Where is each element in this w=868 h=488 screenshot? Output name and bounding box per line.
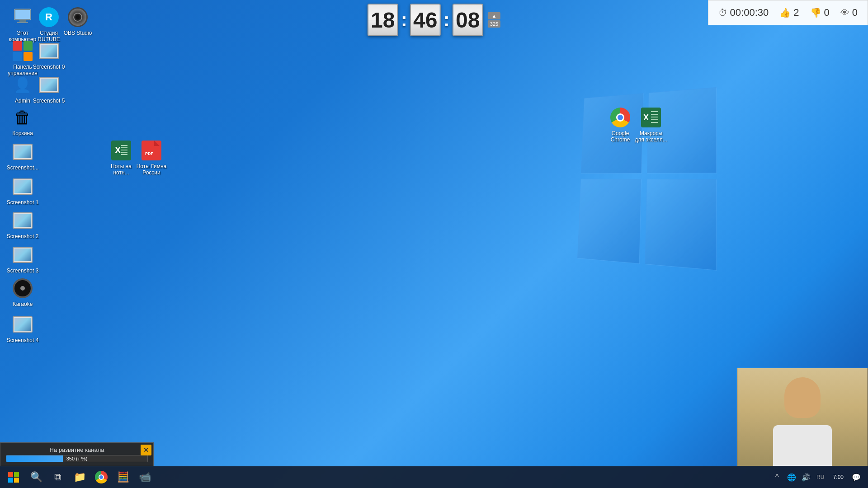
system-tray: ^ 🌐 🔊 RU 7:00 💬 <box>767 471 866 483</box>
icon-screenshot-2-label: Screenshot 2 <box>7 233 39 239</box>
svg-rect-21 <box>8 472 13 477</box>
svg-rect-23 <box>8 478 13 483</box>
search-button[interactable]: 🔍 <box>25 466 47 488</box>
webcam-person <box>737 368 868 466</box>
screenshot-dot-icon <box>12 141 33 163</box>
calculator-icon: 🧮 <box>117 471 129 483</box>
icon-macros[interactable]: X Макросыдля экселл... <box>633 105 669 145</box>
svg-rect-18 <box>651 117 658 117</box>
search-icon: 🔍 <box>30 471 42 483</box>
icon-noty-label: Ноты нанотн... <box>111 163 132 176</box>
icon-chrome-right-label: GoogleChrome <box>611 130 630 143</box>
webcam-body <box>773 425 832 466</box>
svg-rect-20 <box>651 122 658 123</box>
rutube-icon: R <box>38 6 60 28</box>
svg-rect-24 <box>14 478 19 483</box>
icon-screenshot-4[interactable]: Screenshot 4 <box>5 312 41 345</box>
tray-input-icon[interactable]: RU <box>814 471 827 483</box>
icon-screenshot-5[interactable]: Screenshot 5 <box>31 72 67 106</box>
webcam-overlay <box>737 368 868 466</box>
icon-obs[interactable]: OBS Studio <box>60 5 96 38</box>
task-view-icon: ⧉ <box>54 471 61 483</box>
notification-bar: На развитие канала 350 (т %) ✕ <box>0 442 154 466</box>
svg-rect-22 <box>14 472 19 477</box>
screenshot-0-icon <box>38 40 60 62</box>
taskbar-chrome-icon <box>95 471 108 483</box>
recycle-bin-icon: 🗑 <box>12 107 33 128</box>
pdf-hymn-icon: PDF <box>141 140 162 161</box>
svg-text:X: X <box>643 113 649 122</box>
taskbar-clock[interactable]: 7:00 <box>829 474 848 481</box>
screenshot-5-icon <box>38 74 60 96</box>
start-button[interactable] <box>2 466 25 488</box>
cpanel-icon <box>12 40 33 62</box>
obs-icon <box>67 6 89 28</box>
icon-admin-label: Admin <box>15 98 30 104</box>
svg-rect-17 <box>651 114 658 115</box>
icon-macros-label: Макросыдля экселл... <box>635 130 667 143</box>
admin-icon: 👤 <box>12 74 33 96</box>
icon-karaoke[interactable]: Karaoke <box>5 276 41 309</box>
tray-chevron-icon[interactable]: ^ <box>771 471 783 483</box>
excel-noty-icon: X <box>110 140 132 161</box>
svg-rect-9 <box>121 152 127 153</box>
svg-text:PDF: PDF <box>145 151 154 156</box>
icon-recycle-bin[interactable]: 🗑 Корзина <box>5 105 41 138</box>
svg-rect-6 <box>121 145 127 146</box>
taskbar-time: 7:00 <box>833 474 844 481</box>
screenshot-4-icon <box>12 314 33 335</box>
svg-rect-10 <box>121 154 127 155</box>
icon-screenshot-0[interactable]: Screenshot 0 <box>31 38 67 72</box>
icon-hymn[interactable]: PDF Ноты ГимнаРоссии <box>133 138 170 178</box>
icon-screenshot-dot[interactable]: Screenshot... <box>5 139 41 173</box>
svg-rect-8 <box>121 150 127 150</box>
karaoke-icon <box>12 277 33 299</box>
tray-volume-icon[interactable]: 🔊 <box>800 471 812 483</box>
icon-hymn-label: Ноты ГимнаРоссии <box>137 163 167 176</box>
computer-icon <box>12 6 33 28</box>
svg-rect-1 <box>15 10 30 19</box>
icon-screenshot-1-label: Screenshot 1 <box>7 199 39 206</box>
screenshot-1-icon <box>12 176 33 197</box>
icon-karaoke-label: Karaoke <box>13 301 33 307</box>
tray-network-icon[interactable]: 🌐 <box>785 471 798 483</box>
notification-progress-fill <box>6 455 63 462</box>
icon-screenshot-0-label: Screenshot 0 <box>33 64 65 70</box>
taskbar-obs-icon: 📹 <box>139 471 151 483</box>
icon-screenshot-3[interactable]: Screenshot 3 <box>5 242 41 276</box>
notification-close-button[interactable]: ✕ <box>141 445 151 455</box>
folder-icon: 📁 <box>74 471 86 483</box>
taskbar-calculator-button[interactable]: 🧮 <box>112 466 134 488</box>
icon-recycle-bin-label: Корзина <box>12 130 33 136</box>
notification-center-icon[interactable]: 💬 <box>850 471 863 483</box>
chrome-right-icon <box>609 107 631 128</box>
svg-text:X: X <box>115 145 121 155</box>
icon-screenshot-dot-label: Screenshot... <box>7 164 39 171</box>
icon-screenshot-2[interactable]: Screenshot 2 <box>5 208 41 241</box>
svg-rect-7 <box>121 147 127 148</box>
icon-screenshot-4-label: Screenshot 4 <box>7 337 39 343</box>
taskbar-obs-button[interactable]: 📹 <box>134 466 156 488</box>
task-view-button[interactable]: ⧉ <box>47 466 69 488</box>
taskbar: 🔍 ⧉ 📁 🧮 📹 ^ 🌐 🔊 RU 7:00 💬 <box>0 466 868 488</box>
icon-screenshot-5-label: Screenshot 5 <box>33 98 65 104</box>
icon-obs-label: OBS Studio <box>64 30 92 36</box>
screenshot-3-icon <box>12 244 33 266</box>
screenshot-2-icon <box>12 210 33 231</box>
webcam-head <box>784 377 821 418</box>
notification-progress-label: 350 (т %) <box>66 456 88 461</box>
notification-progress-bar: 350 (т %) <box>6 455 148 462</box>
macros-icon: X <box>640 107 662 128</box>
svg-rect-19 <box>651 119 658 120</box>
svg-rect-3 <box>17 22 28 23</box>
icon-screenshot-3-label: Screenshot 3 <box>7 267 39 274</box>
svg-rect-16 <box>651 111 658 112</box>
svg-rect-2 <box>19 20 26 22</box>
taskbar-chrome-button[interactable] <box>90 466 112 488</box>
file-explorer-button[interactable]: 📁 <box>69 466 90 488</box>
icon-screenshot-1[interactable]: Screenshot 1 <box>5 174 41 207</box>
notification-title: На развитие канала <box>6 446 148 453</box>
